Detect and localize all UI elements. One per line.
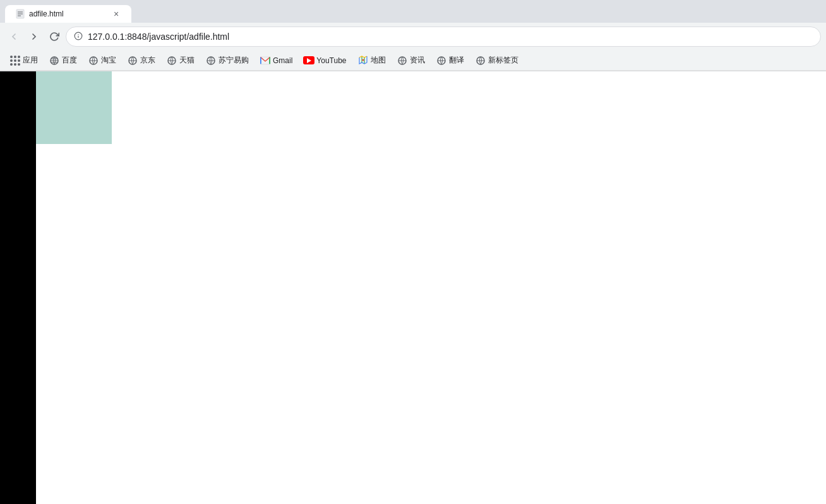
- translate-icon: [436, 56, 446, 66]
- bookmark-tianmao[interactable]: 天猫: [162, 52, 200, 68]
- bookmark-baidu-label: 百度: [62, 55, 77, 66]
- gmail-icon: [260, 56, 270, 66]
- bookmark-suning-label: 苏宁易购: [218, 55, 249, 66]
- tab-favicon: [15, 9, 25, 19]
- bookmark-suning[interactable]: 苏宁易购: [201, 52, 254, 68]
- bookmark-youtube-label: YouTube: [316, 56, 346, 65]
- bookmark-newtab-label: 新标签页: [488, 55, 518, 66]
- bookmark-baidu[interactable]: 百度: [44, 52, 82, 68]
- bookmark-taobao-label: 淘宝: [101, 55, 116, 66]
- bookmark-youtube[interactable]: YouTube: [299, 53, 351, 68]
- apps-icon: [10, 56, 20, 66]
- active-tab[interactable]: adfile.html ×: [5, 5, 131, 23]
- browser-chrome: adfile.html ×: [0, 0, 826, 71]
- forward-button[interactable]: [25, 28, 43, 45]
- svg-point-13: [362, 59, 364, 61]
- back-button[interactable]: [5, 28, 23, 45]
- news-icon: [397, 56, 407, 66]
- maps-icon: [358, 56, 368, 66]
- bookmark-news-label: 资讯: [410, 55, 425, 66]
- bookmark-maps[interactable]: 地图: [353, 52, 391, 68]
- bookmark-jd-label: 京东: [140, 55, 155, 66]
- youtube-icon: [304, 56, 314, 66]
- tab-close-button[interactable]: ×: [111, 9, 121, 19]
- bookmark-translate-label: 翻译: [449, 55, 464, 66]
- newtab-icon: [476, 56, 486, 66]
- bookmark-apps[interactable]: 应用: [5, 52, 43, 68]
- bookmark-taobao[interactable]: 淘宝: [83, 52, 121, 68]
- address-bar[interactable]: 127.0.0.1:8848/javascript/adfile.html: [66, 27, 821, 47]
- left-sidebar: [0, 71, 36, 504]
- bookmark-newtab[interactable]: 新标签页: [470, 52, 524, 68]
- tianmao-icon: [167, 56, 177, 66]
- suning-icon: [206, 56, 216, 66]
- page-content: [0, 71, 826, 504]
- address-text: 127.0.0.1:8848/javascript/adfile.html: [88, 32, 813, 42]
- reload-button[interactable]: [45, 28, 63, 45]
- bookmark-translate[interactable]: 翻译: [431, 52, 469, 68]
- browser-window: adfile.html ×: [0, 0, 826, 504]
- baidu-icon: [49, 56, 59, 66]
- bookmark-jd[interactable]: 京东: [123, 52, 160, 68]
- jd-icon: [128, 56, 138, 66]
- bookmark-news[interactable]: 资讯: [392, 52, 430, 68]
- bookmark-gmail[interactable]: Gmail: [255, 53, 297, 68]
- bookmark-gmail-label: Gmail: [273, 56, 292, 65]
- bookmark-maps-label: 地图: [371, 55, 386, 66]
- bookmark-apps-label: 应用: [23, 55, 38, 66]
- nav-bar: 127.0.0.1:8848/javascript/adfile.html: [0, 23, 826, 51]
- info-icon: [74, 32, 83, 42]
- content-box: [36, 71, 112, 144]
- tab-title: adfile.html: [29, 9, 107, 18]
- tab-bar: adfile.html ×: [0, 0, 826, 23]
- taobao-icon: [88, 56, 99, 66]
- bookmark-tianmao-label: 天猫: [179, 55, 195, 66]
- bookmarks-bar: 应用 百度 淘宝: [0, 51, 826, 71]
